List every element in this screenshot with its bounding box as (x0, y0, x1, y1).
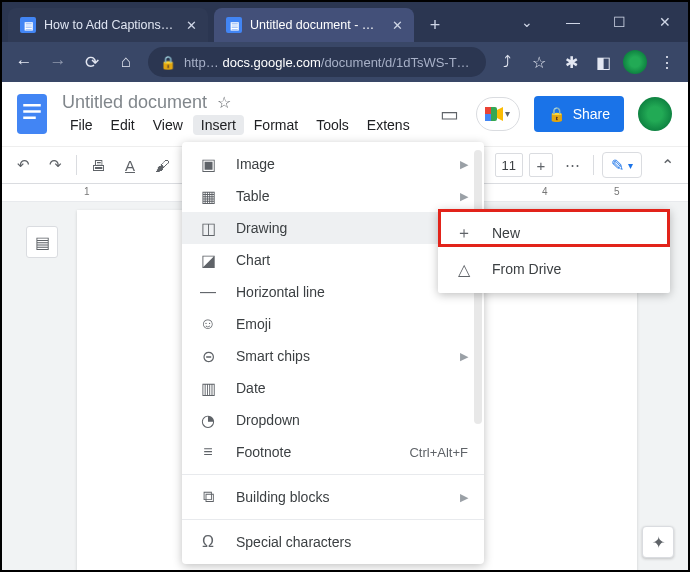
share-button[interactable]: 🔒 Share (534, 96, 624, 132)
menu-item-label: New (492, 225, 520, 241)
menu-separator (182, 519, 484, 520)
extensions-icon[interactable]: ✱ (556, 47, 586, 77)
doc-title-wrap: Untitled document ☆ File Edit View Inser… (62, 92, 418, 135)
docs-favicon: ▤ (20, 17, 36, 33)
table-icon: ▦ (198, 186, 218, 206)
menu-item-label: Building blocks (236, 489, 329, 505)
print-icon[interactable]: 🖶 (85, 152, 111, 178)
sidepanel-icon[interactable]: ◧ (588, 47, 618, 77)
submenu-arrow-icon: ▶ (460, 190, 468, 203)
undo-icon[interactable]: ↶ (10, 152, 36, 178)
menu-item-dropdown[interactable]: ◔Dropdown (182, 404, 484, 436)
home-button[interactable]: ⌂ (110, 46, 142, 78)
comments-icon[interactable]: ▭ (438, 102, 462, 126)
menu-edit[interactable]: Edit (103, 115, 143, 135)
back-button[interactable]: ← (8, 46, 40, 78)
separator (76, 155, 77, 175)
menu-view[interactable]: View (145, 115, 191, 135)
window-dropdown[interactable]: ⌄ (504, 2, 550, 42)
svg-rect-1 (23, 104, 41, 107)
browser-menu-icon[interactable]: ⋮ (652, 47, 682, 77)
collapse-toolbar-icon[interactable]: ⌃ (654, 156, 680, 175)
menu-item-footnote[interactable]: ≡FootnoteCtrl+Alt+F (182, 436, 484, 468)
account-avatar[interactable] (638, 97, 672, 131)
browser-tab-inactive[interactable]: ▤ How to Add Captions to Im… ✕ (8, 8, 208, 42)
menu-item-label: Special characters (236, 534, 351, 550)
more-tools-icon[interactable]: ⋯ (559, 152, 585, 178)
menu-extensions[interactable]: Extens (359, 115, 418, 135)
menu-item-label: Emoji (236, 316, 271, 332)
menu-item-date[interactable]: ▥Date (182, 372, 484, 404)
menu-file[interactable]: File (62, 115, 101, 135)
menu-tools[interactable]: Tools (308, 115, 357, 135)
doc-title[interactable]: Untitled document (62, 92, 207, 113)
insert-menu-dropdown: ▣Image▶ ▦Table▶ ◫Drawing▶ ◪Chart▶ —Horiz… (182, 142, 484, 564)
lock-icon: 🔒 (548, 106, 565, 122)
forward-button[interactable]: → (42, 46, 74, 78)
editing-mode-button[interactable]: ✎ ▾ (602, 152, 642, 178)
submenu-arrow-icon: ▶ (460, 491, 468, 504)
redo-icon[interactable]: ↷ (42, 152, 68, 178)
submenu-item-new[interactable]: ＋New (438, 215, 670, 251)
submenu-item-from-drive[interactable]: △From Drive (438, 251, 670, 287)
lock-icon: 🔒 (160, 55, 176, 70)
drawing-submenu: ＋New △From Drive (438, 209, 670, 293)
url-host: docs.google.com (223, 55, 321, 70)
window-close[interactable]: ✕ (642, 2, 688, 42)
font-size-field[interactable]: 11 (495, 153, 523, 177)
separator (593, 155, 594, 175)
menu-item-emoji[interactable]: ☺Emoji (182, 308, 484, 340)
omega-icon: Ω (198, 532, 218, 552)
close-tab-icon[interactable]: ✕ (184, 18, 198, 33)
close-tab-icon[interactable]: ✕ (390, 18, 404, 33)
tab-label: How to Add Captions to Im… (44, 18, 176, 32)
docs-logo-icon[interactable] (14, 90, 50, 138)
menu-separator (182, 474, 484, 475)
menu-item-special-chars[interactable]: ΩSpecial characters (182, 526, 484, 558)
browser-titlebar: ▤ How to Add Captions to Im… ✕ ▤ Untitle… (2, 2, 688, 42)
menu-item-label: Footnote (236, 444, 291, 460)
submenu-arrow-icon: ▶ (460, 350, 468, 363)
blocks-icon: ⧉ (198, 487, 218, 507)
browser-tab-active[interactable]: ▤ Untitled document - Google… ✕ (214, 8, 414, 42)
menu-item-label: From Drive (492, 261, 561, 277)
docs-menubar: File Edit View Insert Format Tools Exten… (62, 115, 418, 135)
paint-format-icon[interactable]: 🖌 (149, 152, 175, 178)
svg-rect-3 (23, 116, 36, 119)
share-page-icon[interactable]: ⤴ (492, 47, 522, 77)
shortcut-label: Ctrl+Alt+F (409, 445, 468, 460)
menu-item-table[interactable]: ▦Table▶ (182, 180, 484, 212)
profile-avatar-icon[interactable] (620, 47, 650, 77)
new-tab-button[interactable]: + (420, 10, 450, 40)
font-size-plus[interactable]: + (529, 153, 553, 177)
menu-item-label: Table (236, 188, 269, 204)
menu-format[interactable]: Format (246, 115, 306, 135)
menu-item-building-blocks[interactable]: ⧉Building blocks▶ (182, 481, 484, 513)
menu-item-label: Date (236, 380, 266, 396)
window-minimize[interactable]: — (550, 2, 596, 42)
chart-icon: ◪ (198, 250, 218, 270)
reload-button[interactable]: ⟳ (76, 46, 108, 78)
meet-button[interactable]: ▾ (476, 97, 520, 131)
menu-insert[interactable]: Insert (193, 115, 244, 135)
dropdown-icon: ◔ (198, 410, 218, 430)
outline-toggle-icon[interactable]: ▤ (26, 226, 58, 258)
svg-marker-5 (497, 107, 503, 121)
explore-button[interactable]: ✦ (642, 526, 674, 558)
svg-rect-2 (23, 110, 41, 113)
svg-rect-7 (485, 114, 491, 121)
menu-item-smart-chips[interactable]: ⊝Smart chips▶ (182, 340, 484, 372)
menu-item-image[interactable]: ▣Image▶ (182, 148, 484, 180)
bookmark-star-icon[interactable]: ☆ (524, 47, 554, 77)
emoji-icon: ☺ (198, 314, 218, 334)
address-field[interactable]: 🔒 https:// docs.google.com /document/d/1… (148, 47, 486, 77)
menu-item-label: Smart chips (236, 348, 310, 364)
menu-item-label: Image (236, 156, 275, 172)
image-icon: ▣ (198, 154, 218, 174)
spellcheck-icon[interactable]: A (117, 152, 143, 178)
star-icon[interactable]: ☆ (217, 93, 231, 112)
window-maximize[interactable]: ☐ (596, 2, 642, 42)
pencil-icon: ✎ (611, 156, 624, 175)
tab-label: Untitled document - Google… (250, 18, 382, 32)
share-label: Share (573, 106, 610, 122)
